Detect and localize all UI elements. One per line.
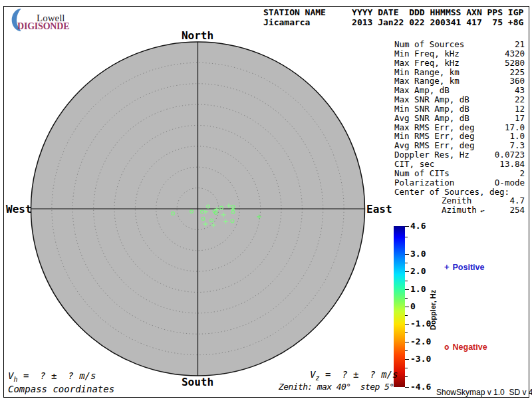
colorbar-tick-label: 3.0: [410, 249, 426, 259]
stat-value: 1.0: [509, 132, 525, 141]
colorbar-minor-tick: [405, 263, 408, 263]
stat-value: 360: [509, 76, 525, 86]
stat-row: Max Freq, kHz5280: [394, 59, 525, 68]
colorbar-tick-label: -2.0: [410, 337, 431, 346]
stat-value: 21: [515, 40, 525, 49]
stat-label: Polarization: [394, 178, 454, 188]
stat-value: 4.7: [509, 196, 525, 205]
stat-row: Min SNR Amp, dB12: [394, 104, 525, 114]
stat-row: Max Amp, dB43: [394, 86, 525, 95]
colorbar-minor-tick: [405, 315, 408, 316]
compass-label-west: West: [6, 203, 32, 215]
legend-negative: oNegative: [444, 342, 487, 352]
colorbar-major-tick: [405, 324, 409, 325]
stat-value: 5280: [505, 59, 525, 68]
legend-positive-label: Positive: [453, 263, 485, 272]
horizontal-velocity-readout: Vh = ? ± ? m/s: [8, 370, 96, 383]
stats-panel: Num of Sources21Min Freq, kHz4320Max Fre…: [394, 40, 525, 215]
colorbar-major-tick: [405, 342, 409, 342]
colorbar-major-tick: [405, 359, 409, 360]
azimuth-direction-arrow-icon: →: [479, 206, 485, 216]
colorbar-tick-label: 2.0: [410, 267, 426, 276]
stat-label: Min RMS Err, deg: [394, 132, 474, 141]
circle-marker-icon: o: [444, 342, 450, 352]
stat-row: Center of Sources, deg:: [394, 188, 525, 197]
stat-label: Zenith: [442, 196, 471, 205]
stat-label: Max Amp, dB: [394, 86, 450, 95]
stat-label: Doppler Res, Hz: [394, 150, 469, 160]
stat-value: 12: [515, 104, 525, 114]
colorbar-tick-label: 4.6: [410, 221, 426, 231]
colorbar-tick-label: -3.0: [410, 354, 431, 364]
stat-row: CIT, sec13.84: [394, 160, 525, 169]
stat-value: 17.0: [505, 123, 525, 132]
stat-value: 7.3: [509, 141, 525, 150]
stat-label: Azimuth: [442, 205, 477, 215]
stat-row: Avg SNR Amp, dB17: [394, 114, 525, 123]
colorbar-tick-label: 0: [410, 302, 416, 311]
stat-value: 17: [515, 114, 525, 123]
doppler-axis-title: Doppler, Hz: [429, 290, 437, 331]
stat-row: Min Range, km225: [394, 68, 525, 77]
compass-coordinates-note: Compass coordinates: [8, 384, 114, 394]
stat-value: 13.84: [499, 160, 525, 169]
legend-positive: +Positive: [444, 262, 484, 272]
stat-row: Zenith4.7: [394, 196, 525, 205]
legend-negative-label: Negative: [453, 342, 487, 352]
stat-label: Max Range, km: [394, 76, 460, 86]
app-version-text: ShowSkymap v 1.0 SD v 4.2: [436, 388, 532, 397]
stat-row: PolarizationO-mode: [394, 178, 525, 188]
stat-row: Min Freq, kHz4320: [394, 49, 525, 59]
colorbar-minor-tick: [405, 368, 408, 368]
compass-label-south: South: [182, 376, 213, 388]
doppler-colorbar: [394, 226, 405, 387]
stat-row: Num of CITs2: [394, 169, 525, 178]
showskymap-window: Lowell DIGISONDE STATION NAME YYYY DATE …: [0, 0, 532, 399]
stat-value: 2: [519, 169, 525, 178]
stat-value: O-mode: [495, 178, 525, 188]
colorbar-tick-label: -4.6: [410, 382, 431, 392]
colorbar-tick-label: -1.0: [410, 319, 431, 329]
stat-value: 43: [515, 86, 525, 95]
stat-label: Min SNR Amp, dB: [394, 104, 469, 114]
colorbar-minor-tick: [405, 298, 408, 299]
stat-label: Min Freq, kHz: [394, 49, 460, 59]
colorbar-minor-tick: [405, 281, 408, 281]
colorbar-major-tick: [405, 271, 409, 272]
stat-label: Max SNR Amp, dB: [394, 95, 469, 104]
stat-label: Avg RMS Err, deg: [394, 141, 474, 150]
colorbar-tick-label: 1.0: [410, 285, 426, 294]
plus-marker-icon: +: [444, 262, 450, 272]
colorbar-minor-tick: [405, 376, 408, 377]
stat-row: Azimuth→254: [394, 205, 525, 215]
colorbar-major-tick: [405, 289, 409, 290]
stat-label: Min Range, km: [394, 68, 460, 77]
compass-label-north: North: [182, 29, 213, 42]
stat-value: 254: [509, 205, 525, 215]
stat-row: Doppler Res, Hz0.0723: [394, 150, 525, 160]
stat-label: CIT, sec: [394, 160, 434, 169]
compass-label-east: East: [366, 203, 392, 215]
stat-label: Max Freq, kHz: [394, 59, 460, 68]
stat-row: Min RMS Err, deg1.0: [394, 132, 525, 141]
stat-label: Max RMS Err, deg: [394, 123, 474, 132]
colorbar-major-tick: [405, 387, 409, 388]
stat-row: Max Range, km360: [394, 76, 525, 86]
zenith-scale-note: Zenith: max 40° step 5°: [279, 382, 394, 392]
stat-row: Num of Sources21: [394, 40, 525, 49]
stat-label: Center of Sources, deg:: [394, 188, 509, 197]
stat-label: Num of CITs: [394, 169, 450, 178]
stat-row: Max RMS Err, deg17.0: [394, 123, 525, 132]
vertical-velocity-readout: Vz = ? ± ? m/s: [310, 369, 398, 382]
stat-value: 4320: [505, 49, 525, 59]
colorbar-minor-tick: [405, 350, 408, 351]
colorbar-major-tick: [405, 307, 409, 307]
stat-value: 225: [509, 68, 525, 77]
colorbar-minor-tick: [405, 237, 408, 237]
stat-row: Max SNR Amp, dB22: [394, 95, 525, 104]
stat-row: Avg RMS Err, deg7.3: [394, 141, 525, 150]
stat-value: 0.0723: [495, 150, 525, 160]
stat-value: 22: [515, 95, 525, 104]
colorbar-major-tick: [405, 254, 409, 255]
colorbar-major-tick: [405, 226, 409, 227]
